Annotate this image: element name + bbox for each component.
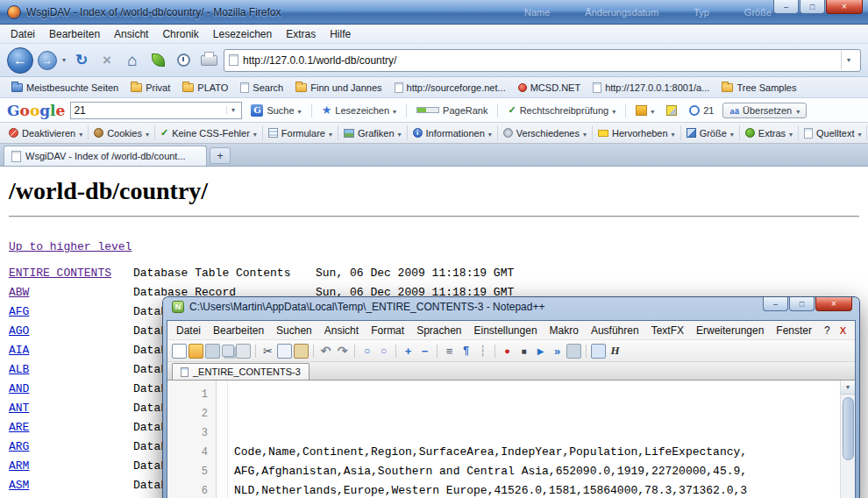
firefox-titlebar[interactable]: WsgiDAV - Index of /world-db/country/ - … xyxy=(0,0,868,25)
entry-link[interactable]: AGO xyxy=(9,324,29,338)
minimize-button[interactable]: – xyxy=(763,297,788,311)
search-count[interactable]: 21 xyxy=(686,103,717,117)
code-text[interactable]: Code,Name,Continent,Region,SurfaceArea,I… xyxy=(228,381,840,498)
menu-item[interactable]: Datei xyxy=(4,25,42,43)
entry-link[interactable]: AND xyxy=(9,382,29,395)
back-button[interactable]: ← xyxy=(7,47,33,74)
cut-icon[interactable] xyxy=(260,344,275,359)
bookmark-item[interactable]: Search xyxy=(234,81,289,95)
wsgidav-quill-button[interactable] xyxy=(147,49,168,72)
paste-icon[interactable] xyxy=(294,344,309,359)
google-bookmarks-button[interactable]: Lesezeichen xyxy=(318,102,400,118)
macro-record-icon[interactable] xyxy=(500,344,515,359)
entry-link[interactable]: AIA xyxy=(9,344,29,357)
document-tab[interactable]: _ENTIRE_CONTENTS-3 xyxy=(172,363,309,380)
sidewiki-button[interactable] xyxy=(632,103,658,117)
menu-item[interactable]: Ansicht xyxy=(107,25,155,43)
search-history-dropdown-icon[interactable] xyxy=(226,106,238,114)
new-file-icon[interactable] xyxy=(172,344,187,359)
maximize-button[interactable]: □ xyxy=(800,0,825,14)
url-dropdown-icon[interactable] xyxy=(841,51,856,70)
webdev-menu-item[interactable]: Deaktivieren xyxy=(4,125,89,140)
history-button[interactable] xyxy=(173,49,194,72)
save-all-icon[interactable] xyxy=(222,345,234,357)
stop-button[interactable]: × xyxy=(96,49,117,72)
webdev-menu-item[interactable]: Grafiken xyxy=(338,125,408,140)
print-button[interactable] xyxy=(198,49,219,72)
bookmark-item[interactable]: Tree Samples xyxy=(715,81,802,95)
entry-link[interactable]: ASM xyxy=(9,479,29,492)
webdev-menu-item[interactable]: Keine CSS-Fehler xyxy=(155,125,263,140)
entry-link[interactable]: AFG xyxy=(9,305,29,318)
menu-item[interactable]: Suchen xyxy=(270,322,318,339)
highlighter-button[interactable] xyxy=(663,103,680,117)
menu-item[interactable]: Chronik xyxy=(155,25,205,43)
macro-play-icon[interactable] xyxy=(533,344,548,359)
indent-guide-icon[interactable] xyxy=(475,344,490,359)
macro-stop-icon[interactable] xyxy=(516,344,531,359)
pagerank-widget[interactable]: PageRank xyxy=(413,103,491,117)
webdev-menu-item[interactable]: Extras xyxy=(740,125,799,140)
google-search-input[interactable] xyxy=(74,104,226,117)
url-input[interactable] xyxy=(243,54,836,67)
entry-link[interactable]: ARE xyxy=(9,421,29,434)
redo-icon[interactable] xyxy=(335,344,350,359)
entry-link[interactable]: ALB xyxy=(9,363,29,376)
bookmark-item[interactable]: Meistbesuchte Seiten xyxy=(5,81,125,95)
menu-item[interactable]: Ansicht xyxy=(318,322,365,339)
webdev-menu-item[interactable]: Größe xyxy=(681,125,740,140)
webdev-menu-item[interactable]: Verschiedenes xyxy=(498,125,593,140)
google-search-box[interactable] xyxy=(70,102,242,119)
home-button[interactable]: ⌂ xyxy=(122,49,143,72)
entry-link[interactable]: ARG xyxy=(9,440,29,453)
bookmark-item[interactable]: Finn und Jannes xyxy=(289,81,388,95)
menu-item[interactable]: Format xyxy=(365,322,410,339)
menu-item[interactable]: Fenster xyxy=(770,322,818,339)
entry-link[interactable]: ANT xyxy=(9,402,29,415)
notepadpp-titlebar[interactable]: N C:\Users\Martin\AppData\Local\Temp\_EN… xyxy=(172,301,754,313)
bookmark-item[interactable]: Privat xyxy=(125,81,176,95)
replace-icon[interactable] xyxy=(376,344,391,359)
minimize-button[interactable]: – xyxy=(773,0,799,14)
word-wrap-icon[interactable] xyxy=(442,344,457,359)
zoom-in-icon[interactable] xyxy=(401,344,416,359)
history-dropdown-icon[interactable] xyxy=(61,56,67,64)
bookmark-item[interactable]: PLATO xyxy=(176,81,234,95)
show-all-characters-icon[interactable] xyxy=(459,344,473,359)
webdev-menu-item[interactable]: Cookies xyxy=(89,125,155,140)
macro-save-icon[interactable] xyxy=(566,344,581,359)
scroll-thumb[interactable] xyxy=(843,397,854,460)
close-button[interactable]: × xyxy=(826,0,863,14)
menu-item[interactable]: Makro xyxy=(544,322,585,339)
close-button[interactable]: × xyxy=(815,297,852,311)
spellcheck-button[interactable]: Rechtschreibprüfung xyxy=(504,103,619,117)
doc-switcher-icon[interactable] xyxy=(591,344,606,359)
save-icon[interactable] xyxy=(205,344,220,359)
webdev-menu-item[interactable]: Hervorheben xyxy=(593,125,681,140)
vertical-scrollbar[interactable] xyxy=(840,381,855,498)
url-bar[interactable] xyxy=(224,49,861,72)
google-search-button[interactable]: G Suche xyxy=(247,103,304,118)
menu-item[interactable]: Sprachen xyxy=(410,322,467,339)
bookmark-item[interactable]: http://127.0.0.1:8001/a... xyxy=(587,81,715,95)
close-document-button[interactable]: X xyxy=(836,324,850,337)
macro-run-multiple-icon[interactable] xyxy=(550,344,565,359)
bookmark-item[interactable]: MCSD.NET xyxy=(512,81,587,95)
menu-item[interactable]: Bearbeiten xyxy=(42,25,107,43)
menu-item[interactable]: Erweiterungen xyxy=(690,322,770,339)
entry-link[interactable]: ARM xyxy=(9,459,29,473)
entry-link[interactable]: ENTIRE CONTENTS xyxy=(9,267,111,280)
menu-item[interactable]: Datei xyxy=(170,322,207,339)
webdev-menu-item[interactable]: Quelltext xyxy=(799,125,867,140)
find-icon[interactable] xyxy=(359,344,374,359)
menu-item[interactable]: TextFX xyxy=(645,322,690,339)
webdev-menu-item[interactable]: Formulare xyxy=(263,125,338,140)
refresh-button[interactable]: ↻ xyxy=(71,49,92,72)
scroll-up-icon[interactable] xyxy=(841,381,855,395)
menu-item[interactable]: Bearbeiten xyxy=(207,322,270,339)
webdev-menu-item[interactable]: Informationen xyxy=(408,125,498,140)
print-icon[interactable] xyxy=(236,344,251,359)
menu-item[interactable]: Hilfe xyxy=(323,25,358,43)
tab-wsgidav[interactable]: WsgiDAV - Index of /world-db/count... xyxy=(4,146,207,166)
menu-item[interactable]: Ausführen xyxy=(585,322,645,339)
